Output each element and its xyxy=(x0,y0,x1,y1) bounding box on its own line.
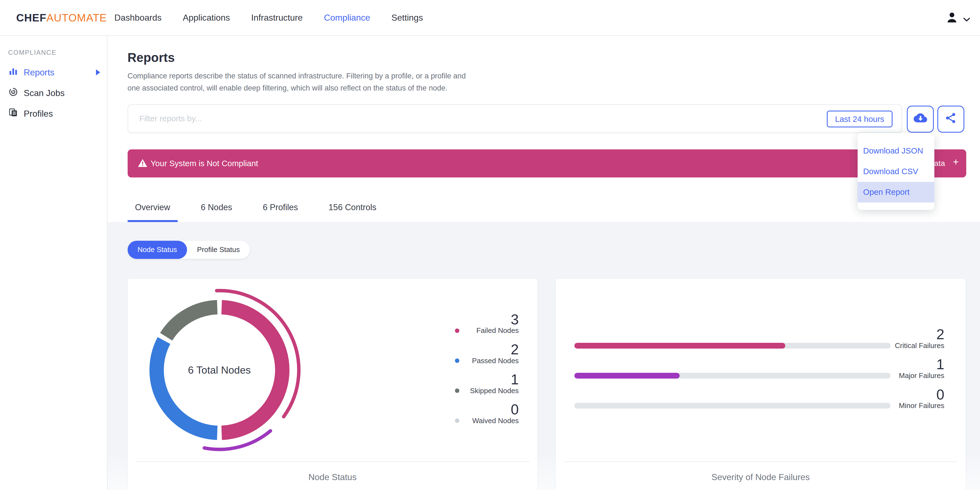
major-bar-track xyxy=(574,373,891,378)
legend-row-skipped: 1 Skipped Nodes xyxy=(425,372,519,397)
card-divider xyxy=(564,461,958,462)
major-count: 1 xyxy=(936,357,944,372)
cloud-download-icon xyxy=(913,110,928,128)
filter-reports-input[interactable] xyxy=(128,105,901,132)
arrow-right-icon xyxy=(96,69,100,75)
toggle-profile-status[interactable]: Profile Status xyxy=(187,241,250,259)
sidebar-list: Reports Scan Jobs Profiles xyxy=(0,62,107,124)
tab-profiles[interactable]: 6 Profiles xyxy=(255,200,305,222)
menu-item-download-json[interactable]: Download JSON xyxy=(858,141,934,161)
tab-overview[interactable]: Overview xyxy=(127,200,178,222)
documents-icon xyxy=(8,108,18,120)
card-divider xyxy=(135,461,530,462)
report-tabs: Overview 6 Nodes 6 Profiles 156 Controls xyxy=(127,200,384,222)
critical-count: 2 xyxy=(936,327,944,342)
sidebar-item-label: Scan Jobs xyxy=(24,88,64,98)
legend-row-failed: 3 Failed Nodes xyxy=(425,312,519,337)
node-status-caption: Node Status xyxy=(127,472,538,482)
top-navigation-bar: CHEFAUTOMATE Dashboards Applications Inf… xyxy=(0,0,980,36)
page-title: Reports xyxy=(127,51,175,65)
critical-bar-track xyxy=(574,343,891,348)
passed-label: Passed Nodes xyxy=(472,356,519,365)
critical-label: Critical Failures xyxy=(895,341,944,350)
node-status-card: 6 Total Nodes 3 Failed Nodes 2 Passed No… xyxy=(127,279,538,490)
passed-dot-icon xyxy=(455,358,459,363)
skipped-dot-icon xyxy=(455,388,459,393)
chef-automate-logo[interactable]: CHEFAUTOMATE xyxy=(16,12,107,24)
menu-item-download-csv[interactable]: Download CSV xyxy=(858,161,934,182)
severity-row-major: 1 Major Failures xyxy=(574,357,944,387)
legend-row-passed: 2 Passed Nodes xyxy=(425,342,519,367)
compliance-sidebar: COMPLIANCE Reports Scan Jobs Profiles xyxy=(0,36,108,490)
minor-label: Minor Failures xyxy=(899,401,945,410)
menu-item-open-report[interactable]: Open Report xyxy=(858,182,934,202)
minor-count: 0 xyxy=(936,387,944,402)
waived-dot-icon xyxy=(455,418,459,423)
passed-count: 2 xyxy=(511,342,519,357)
nav-item-infrastructure[interactable]: Infrastructure xyxy=(251,13,302,23)
filter-bar: Last 24 hours xyxy=(127,104,902,132)
failed-label: Failed Nodes xyxy=(476,326,519,335)
logo-automate: AUTOMATE xyxy=(46,12,107,24)
time-range-button[interactable]: Last 24 hours xyxy=(827,111,892,127)
sidebar-item-label: Profiles xyxy=(24,109,53,119)
donut-center-label: 6 Total Nodes xyxy=(157,364,282,376)
expand-metadata-icon[interactable]: + xyxy=(953,156,959,168)
severity-card: 2 Critical Failures 1 Major Failures 0 M… xyxy=(555,279,966,490)
toggle-node-status[interactable]: Node Status xyxy=(127,241,187,259)
banner-message: Your System is Not Compliant xyxy=(151,159,258,168)
severity-row-minor: 0 Minor Failures xyxy=(574,387,944,417)
severity-fill xyxy=(574,373,679,378)
overview-content-area: Node Status Profile Status 6 Total Nodes… xyxy=(108,222,980,490)
radar-icon xyxy=(8,87,18,99)
user-avatar-icon xyxy=(945,11,959,27)
sidebar-item-profiles[interactable]: Profiles xyxy=(0,103,107,124)
waived-label: Waived Nodes xyxy=(472,417,519,425)
failed-dot-icon xyxy=(455,328,459,333)
download-button[interactable] xyxy=(907,106,934,133)
compliance-status-banner: Your System is Not Compliant Report Meta… xyxy=(127,150,966,177)
share-icon xyxy=(944,111,958,127)
legend-row-waived: 0 Waived Nodes xyxy=(425,402,519,427)
page-description: Compliance reports describe the status o… xyxy=(127,70,470,94)
main-nav-menu: Dashboards Applications Infrastructure C… xyxy=(115,0,423,36)
nav-item-settings[interactable]: Settings xyxy=(391,13,423,23)
major-label: Major Failures xyxy=(899,371,945,380)
logo-chef: CHEF xyxy=(16,12,46,24)
failed-count: 3 xyxy=(511,312,519,327)
nav-item-applications[interactable]: Applications xyxy=(183,13,230,23)
minor-bar-track xyxy=(574,403,891,408)
user-menu[interactable] xyxy=(945,11,970,27)
severity-row-critical: 2 Critical Failures xyxy=(574,327,944,357)
reports-header-area: Reports Compliance reports describe the … xyxy=(108,36,980,222)
tab-controls[interactable]: 156 Controls xyxy=(321,200,384,222)
skipped-label: Skipped Nodes xyxy=(470,387,519,395)
severity-caption: Severity of Node Failures xyxy=(555,472,966,482)
overview-cards: 6 Total Nodes 3 Failed Nodes 2 Passed No… xyxy=(127,279,966,490)
tab-nodes[interactable]: 6 Nodes xyxy=(193,200,240,222)
sidebar-section-label: COMPLIANCE xyxy=(8,49,107,56)
waived-count: 0 xyxy=(511,402,519,417)
bar-chart-icon xyxy=(8,66,18,78)
download-menu: Download JSON Download CSV Open Report xyxy=(858,133,934,210)
sidebar-item-reports[interactable]: Reports xyxy=(0,62,107,83)
status-toggle: Node Status Profile Status xyxy=(127,241,250,259)
chevron-down-icon xyxy=(963,13,970,24)
skipped-count: 1 xyxy=(511,372,519,387)
share-button[interactable] xyxy=(937,106,964,133)
sidebar-item-label: Reports xyxy=(24,67,54,78)
sidebar-item-scan-jobs[interactable]: Scan Jobs xyxy=(0,83,107,103)
severity-fill xyxy=(574,343,785,348)
nav-item-compliance[interactable]: Compliance xyxy=(324,13,370,23)
warning-icon xyxy=(137,158,148,172)
nav-item-dashboards[interactable]: Dashboards xyxy=(115,13,161,23)
